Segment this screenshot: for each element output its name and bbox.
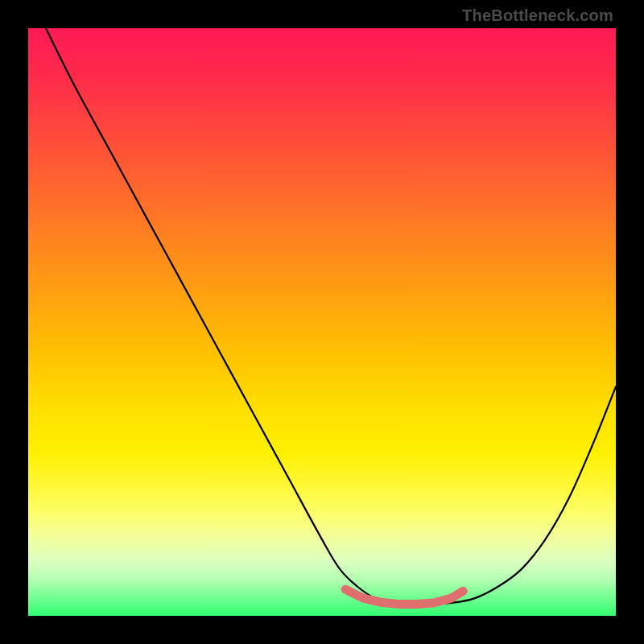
watermark-text: TheBottleneck.com <box>462 6 613 25</box>
chart-svg <box>28 28 616 616</box>
chart-container: TheBottleneck.com <box>0 0 644 644</box>
plot-area <box>28 28 616 616</box>
bottleneck-curve <box>46 28 616 605</box>
